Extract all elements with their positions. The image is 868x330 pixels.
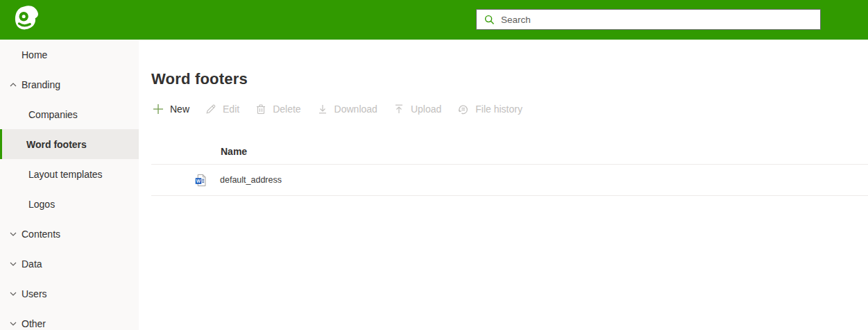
sidebar-item-label: Layout templates xyxy=(28,169,103,180)
sidebar-item-label: Contents xyxy=(22,229,60,240)
sidebar-nav: Home Branding Companies Word footers Lay… xyxy=(0,40,139,330)
table-row[interactable]: W default_address xyxy=(151,165,868,196)
file-name: default_address xyxy=(220,175,282,185)
main-content: Word footers New Edit Delete xyxy=(139,40,868,330)
sidebar-item-label: Users xyxy=(22,288,47,299)
sidebar-item-layout-templates[interactable]: Layout templates xyxy=(0,159,139,189)
sidebar-item-label: Word footers xyxy=(26,139,87,150)
file-history-button-label: File history xyxy=(475,104,522,115)
sidebar-item-users[interactable]: Users xyxy=(0,279,139,308)
trash-icon xyxy=(255,104,266,115)
search-input[interactable]: Search xyxy=(476,9,821,30)
word-file-icon: W xyxy=(194,174,207,187)
edit-button-label: Edit xyxy=(223,104,239,115)
sidebar-item-data[interactable]: Data xyxy=(0,249,139,279)
upload-icon xyxy=(393,104,405,115)
top-header: Search xyxy=(0,0,868,40)
brand-logo[interactable] xyxy=(11,4,43,36)
delete-button[interactable]: Delete xyxy=(255,104,300,115)
sidebar-item-label: Companies xyxy=(28,109,78,120)
chevron-down-icon xyxy=(6,320,21,328)
sidebar-item-companies[interactable]: Companies xyxy=(0,99,139,129)
files-table: Name W default_address xyxy=(151,139,868,196)
upload-button[interactable]: Upload xyxy=(393,104,441,115)
upload-button-label: Upload xyxy=(411,104,441,115)
sidebar-item-logos[interactable]: Logos xyxy=(0,189,139,219)
sidebar-item-home[interactable]: Home xyxy=(0,40,139,69)
new-button[interactable]: New xyxy=(153,104,189,115)
column-header-name: Name xyxy=(221,146,247,157)
delete-button-label: Delete xyxy=(273,104,300,115)
download-button-label: Download xyxy=(334,104,377,115)
pencil-icon xyxy=(205,104,216,115)
search-icon xyxy=(484,15,495,25)
chevron-down-icon xyxy=(6,260,21,268)
chameleon-logo-icon xyxy=(11,4,43,36)
new-button-label: New xyxy=(170,104,189,115)
sidebar-item-branding[interactable]: Branding xyxy=(0,69,139,99)
sidebar-item-word-footers[interactable]: Word footers xyxy=(0,129,139,159)
chevron-down-icon xyxy=(6,290,21,298)
download-button[interactable]: Download xyxy=(317,104,377,115)
search-placeholder: Search xyxy=(501,15,531,25)
history-icon xyxy=(457,104,469,115)
sidebar-item-label: Other xyxy=(22,318,46,329)
chevron-up-icon xyxy=(6,81,21,89)
command-bar: New Edit Delete Download xyxy=(153,98,538,120)
sidebar-item-label: Data xyxy=(22,258,42,270)
edit-button[interactable]: Edit xyxy=(205,104,239,115)
sidebar-item-label: Logos xyxy=(28,199,55,210)
sidebar-item-label: Branding xyxy=(22,79,60,90)
sidebar-item-label: Home xyxy=(22,49,47,60)
plus-icon xyxy=(153,104,164,115)
chevron-down-icon xyxy=(6,230,21,238)
download-icon xyxy=(317,104,328,115)
svg-text:W: W xyxy=(196,178,201,183)
sidebar-item-contents[interactable]: Contents xyxy=(0,219,139,249)
page-title: Word footers xyxy=(151,70,248,88)
file-history-button[interactable]: File history xyxy=(457,104,522,115)
table-header-row: Name xyxy=(151,139,868,165)
sidebar-item-other[interactable]: Other xyxy=(0,308,139,330)
